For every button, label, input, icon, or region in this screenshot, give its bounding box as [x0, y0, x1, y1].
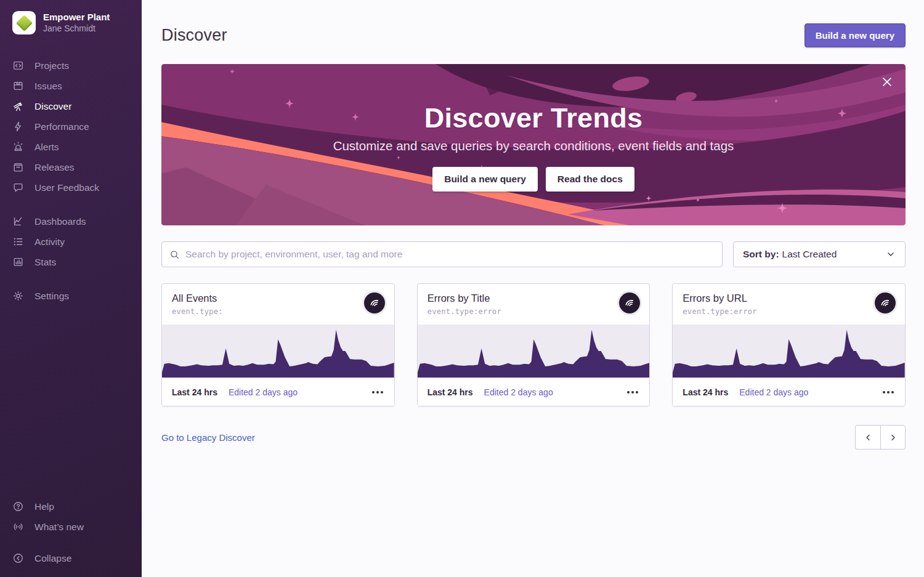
- banner-close-button[interactable]: [878, 74, 896, 91]
- toolbar: Sort by:Last Created: [161, 241, 906, 267]
- page-header: Discover Build a new query: [161, 22, 906, 48]
- main-content: Discover Build a new query: [142, 0, 924, 577]
- sidebar-item-label: Performance: [34, 121, 89, 132]
- sidebar-collapse-nav: Collapse: [0, 548, 142, 568]
- question-circle-icon: [12, 501, 24, 512]
- org-switcher[interactable]: Empower Plant Jane Schmidt: [0, 11, 142, 34]
- card-header: Errors by URLevent.type:error: [673, 284, 905, 325]
- pagination-previous-button[interactable]: [855, 425, 880, 450]
- sidebar: Empower Plant Jane Schmidt ProjectsIssue…: [0, 0, 142, 577]
- sort-dropdown[interactable]: Sort by:Last Created: [733, 241, 906, 267]
- sidebar-item-label: Settings: [34, 291, 69, 302]
- card-title: All Events: [172, 293, 384, 304]
- banner-read-docs-button[interactable]: Read the docs: [546, 167, 634, 192]
- search-icon: [169, 249, 180, 260]
- sidebar-item-dashboards[interactable]: Dashboards: [0, 211, 142, 232]
- sidebar-item-stats[interactable]: Stats: [0, 252, 142, 272]
- sidebar-secondary-nav: DashboardsActivityStats: [0, 211, 142, 272]
- card-header: All Eventsevent.type:: [162, 284, 394, 325]
- build-new-query-button[interactable]: Build a new query: [804, 23, 906, 47]
- discover-trends-banner: Discover Trends Customize and save queri…: [161, 64, 906, 225]
- more-options-button[interactable]: [626, 387, 639, 397]
- sidebar-item-label: What’s new: [34, 522, 84, 533]
- page-title: Discover: [161, 26, 227, 45]
- siren-icon: [12, 141, 24, 153]
- sidebar-item-discover[interactable]: Discover: [0, 96, 142, 116]
- sidebar-item-issues[interactable]: Issues: [0, 76, 142, 96]
- telescope-icon: [12, 100, 24, 112]
- more-options-button[interactable]: [371, 387, 384, 397]
- card-query: event.type:: [172, 307, 384, 316]
- card-query: event.type:error: [428, 307, 640, 316]
- card-title: Errors by URL: [683, 293, 895, 304]
- card-footer: Last 24 hrsEdited 2 days ago: [162, 377, 394, 406]
- sidebar-primary-nav: ProjectsIssuesDiscoverPerformanceAlertsR…: [0, 55, 142, 198]
- card-sparkline-chart: [162, 325, 394, 377]
- org-user: Jane Schmidt: [43, 23, 110, 34]
- card-edited-label: Edited 2 days ago: [739, 387, 808, 397]
- card-sparkline-chart: [673, 325, 905, 377]
- org-name: Empower Plant: [43, 12, 110, 23]
- pagination-next-button[interactable]: [880, 425, 906, 450]
- sidebar-tertiary-nav: Settings: [0, 286, 142, 306]
- sidebar-item-user-feedback[interactable]: User Feedback: [0, 177, 142, 198]
- card-edited-label: Edited 2 days ago: [484, 387, 553, 397]
- card-sparkline-chart: [418, 325, 650, 377]
- sidebar-item-label: Help: [34, 501, 54, 512]
- org-avatar: [12, 11, 36, 34]
- sidebar-item-collapse[interactable]: Collapse: [0, 548, 142, 568]
- card-time-range: Last 24 hrs: [428, 387, 473, 397]
- lightning-icon: [12, 121, 24, 132]
- bottom-row: Go to Legacy Discover: [161, 425, 906, 450]
- sidebar-item-label: Discover: [34, 101, 71, 112]
- more-options-button[interactable]: [881, 387, 895, 397]
- saved-query-card[interactable]: All Eventsevent.type:Last 24 hrsEdited 2…: [161, 283, 395, 406]
- saved-query-card[interactable]: Errors by Titleevent.type:errorLast 24 h…: [417, 283, 650, 406]
- close-icon: [880, 75, 894, 89]
- card-edited-label: Edited 2 days ago: [229, 387, 298, 397]
- sidebar-item-performance[interactable]: Performance: [0, 116, 142, 137]
- sidebar-item-alerts[interactable]: Alerts: [0, 137, 142, 157]
- sidebar-item-label: Issues: [34, 81, 62, 92]
- banner-build-query-button[interactable]: Build a new query: [432, 167, 538, 192]
- saved-query-card[interactable]: Errors by URLevent.type:errorLast 24 hrs…: [672, 283, 906, 406]
- chevron-left-icon: [864, 433, 873, 442]
- card-title: Errors by Title: [428, 293, 640, 304]
- box-icon: [12, 161, 24, 173]
- sidebar-item-label: Alerts: [34, 142, 59, 153]
- bar-chart-icon: [12, 256, 24, 268]
- sidebar-item-settings[interactable]: Settings: [0, 286, 142, 306]
- sidebar-item-label: Projects: [34, 60, 69, 71]
- banner-subtitle: Customize and save queries by search con…: [333, 139, 734, 153]
- search-input[interactable]: [185, 249, 715, 260]
- banner-content: Discover Trends Customize and save queri…: [161, 64, 906, 225]
- chevron-right-icon: [888, 433, 898, 442]
- sidebar-item-label: Collapse: [34, 553, 71, 564]
- chevron-down-icon: [886, 249, 896, 259]
- line-chart-icon: [12, 216, 24, 227]
- saved-queries-grid: All Eventsevent.type:Last 24 hrsEdited 2…: [161, 283, 906, 406]
- gear-icon: [12, 290, 24, 302]
- legacy-discover-link[interactable]: Go to Legacy Discover: [161, 432, 255, 443]
- sidebar-item-activity[interactable]: Activity: [0, 232, 142, 252]
- card-footer: Last 24 hrsEdited 2 days ago: [673, 377, 905, 406]
- sidebar-item-releases[interactable]: Releases: [0, 157, 142, 177]
- broadcast-icon: [12, 521, 24, 533]
- sidebar-item-label: Releases: [34, 162, 75, 173]
- projects-icon: [12, 60, 24, 71]
- sidebar-item-label: User Feedback: [34, 182, 99, 193]
- pagination: [855, 425, 906, 450]
- sidebar-footer-nav: HelpWhat’s new: [0, 496, 142, 537]
- sidebar-item-projects[interactable]: Projects: [0, 55, 142, 76]
- search-box: [161, 241, 723, 267]
- collapse-circle-icon: [12, 552, 24, 564]
- card-time-range: Last 24 hrs: [683, 387, 728, 397]
- banner-title: Discover Trends: [424, 102, 643, 134]
- list-icon: [12, 236, 24, 248]
- sidebar-item-help[interactable]: Help: [0, 496, 142, 517]
- org-logo-icon: [16, 15, 33, 31]
- sidebar-item-label: Stats: [34, 257, 56, 268]
- speech-bubble-icon: [12, 182, 24, 193]
- sidebar-item-whats-new[interactable]: What’s new: [0, 517, 142, 537]
- issues-icon: [12, 80, 24, 92]
